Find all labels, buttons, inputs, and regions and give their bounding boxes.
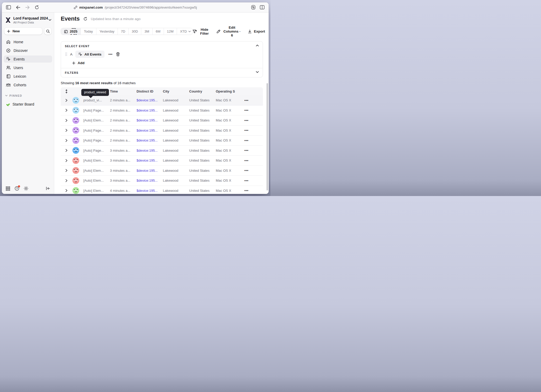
chevron-down-icon xyxy=(188,31,191,32)
address-bar[interactable]: mixpanel.com/project/3472420/view/397469… xyxy=(73,5,197,9)
distinct-id-link[interactable]: $device:195... xyxy=(134,98,160,102)
page-settings-icon[interactable] xyxy=(251,5,256,10)
settings-gear-icon[interactable] xyxy=(24,186,28,191)
range-yesterday[interactable]: Yesterday xyxy=(96,28,118,35)
range-3m[interactable]: 3M xyxy=(141,28,152,35)
trash-icon[interactable] xyxy=(116,52,120,56)
row-expand-chevron-icon[interactable] xyxy=(61,139,72,142)
range-today[interactable]: Today xyxy=(81,28,96,35)
sidebar-item-home[interactable]: Home xyxy=(4,38,52,45)
table-row[interactable]: [Auto] Page... 3 minutes a... $device:19… xyxy=(61,146,263,156)
row-menu-button[interactable]: ••• xyxy=(240,189,263,192)
row-expand-chevron-icon[interactable] xyxy=(61,159,72,162)
row-menu-button[interactable]: ••• xyxy=(240,108,263,112)
distinct-id-link[interactable]: $device:195... xyxy=(134,149,160,152)
table-row[interactable]: [Auto] Elem... 2 minutes a... $device:19… xyxy=(61,115,263,126)
export-button[interactable]: Export xyxy=(248,29,265,34)
row-expand-chevron-icon[interactable] xyxy=(61,99,72,102)
collapse-sidebar-icon[interactable] xyxy=(46,187,50,190)
distinct-id-link[interactable]: $device:195... xyxy=(134,138,160,142)
distinct-id-link[interactable]: $device:195... xyxy=(134,108,160,112)
row-menu-button[interactable]: ••• xyxy=(240,139,263,142)
event-avatar xyxy=(72,127,79,134)
collapse-section-button[interactable] xyxy=(256,45,259,46)
table-row[interactable]: [Auto] Elem... 3 minutes a... $device:19… xyxy=(61,176,263,186)
range-7d[interactable]: 7D xyxy=(118,28,128,35)
distinct-id-link[interactable]: $device:195... xyxy=(134,158,160,162)
row-expand-chevron-icon[interactable] xyxy=(61,179,72,182)
row-menu-button[interactable]: ••• xyxy=(240,128,263,132)
url-path: /project/3472420/view/3974696/app/events… xyxy=(104,5,197,9)
distinct-id-link[interactable]: $device:195... xyxy=(134,118,160,122)
event-time: 3 minutes a... xyxy=(107,169,134,173)
results-summary: Showing 16 most recent results of 16 mat… xyxy=(61,81,265,85)
row-expand-chevron-icon[interactable] xyxy=(61,109,72,112)
event-name: [Auto] Page... xyxy=(81,108,107,112)
row-expand-chevron-icon[interactable] xyxy=(61,169,72,172)
row-menu-button[interactable]: ••• xyxy=(240,179,263,182)
back-icon[interactable] xyxy=(16,5,20,9)
hide-filter-button[interactable]: Hide Filter xyxy=(193,28,210,35)
tooltip-text: product_viewed xyxy=(84,90,106,94)
distinct-id-link[interactable]: $device:195... xyxy=(134,179,160,182)
clause-more-button[interactable]: ••• xyxy=(108,52,113,56)
expand-section-button[interactable] xyxy=(256,71,259,73)
scrollbar-thumb[interactable] xyxy=(267,83,268,191)
help-button[interactable]: ? xyxy=(15,186,19,191)
sidebar-item-label: Cohorts xyxy=(14,83,26,87)
range-xtd[interactable]: XTD xyxy=(177,28,193,35)
project-switcher[interactable]: Lord Farquaad 2024 All Project Data xyxy=(2,13,54,26)
drag-handle-icon[interactable] xyxy=(65,52,67,56)
sidebar-item-users[interactable]: Users xyxy=(4,64,52,71)
row-menu-button[interactable]: ••• xyxy=(240,149,263,152)
col-header-os[interactable]: Operating S xyxy=(213,89,240,93)
country: United States xyxy=(187,138,213,142)
table-row[interactable]: [Auto] Elem... 3 minutes a... $device:19… xyxy=(61,166,263,176)
row-menu-button[interactable]: ••• xyxy=(240,99,263,102)
sidebar-item-starter-board[interactable]: Starter Board xyxy=(4,101,52,108)
row-menu-button[interactable]: ••• xyxy=(240,119,263,122)
range-30d[interactable]: 30D xyxy=(128,28,141,35)
table-row[interactable]: [Auto] Elem... 4 minutes a... $device:19… xyxy=(61,186,263,194)
range-12m[interactable]: 12M xyxy=(164,28,177,35)
col-header-distinct-id[interactable]: Distinct ID xyxy=(134,89,160,93)
plus-icon xyxy=(72,62,75,65)
col-header-city[interactable]: City xyxy=(160,89,187,93)
range-6m[interactable]: 6M xyxy=(152,28,164,35)
table-row[interactable]: [Auto] Page... 2 minutes a... $device:19… xyxy=(61,126,263,136)
row-menu-button[interactable]: ••• xyxy=(240,169,263,172)
sidebar-item-events[interactable]: Events xyxy=(4,56,52,63)
table-row[interactable]: [Auto] Page... 2 minutes a... $device:19… xyxy=(61,106,263,116)
city: Lakewood xyxy=(160,189,187,193)
distinct-id-link[interactable]: $device:195... xyxy=(134,128,160,132)
add-event-button[interactable]: Add xyxy=(72,61,84,65)
sidebar-item-lexicon[interactable]: Lexicon xyxy=(4,73,52,80)
event-selector-pill[interactable]: All Events xyxy=(75,51,104,58)
table-row[interactable]: [Auto] Elem... 3 minutes a... $device:19… xyxy=(61,156,263,166)
edit-columns-button[interactable]: Edit Columns · 6 xyxy=(216,26,241,37)
row-expand-chevron-icon[interactable] xyxy=(61,119,72,122)
collapse-rows-icon[interactable] xyxy=(61,89,72,94)
search-button[interactable] xyxy=(44,28,51,35)
sidebar: Lord Farquaad 2024 All Project Data New xyxy=(2,13,54,194)
forward-icon[interactable] xyxy=(25,5,30,9)
new-button[interactable]: New xyxy=(4,28,42,35)
row-expand-chevron-icon[interactable] xyxy=(61,189,72,192)
distinct-id-link[interactable]: $device:195... xyxy=(134,189,160,193)
col-header-time[interactable]: Time xyxy=(107,89,134,93)
sidebar-toggle-icon[interactable] xyxy=(6,5,11,9)
sidebar-item-discover[interactable]: Discover xyxy=(4,47,52,54)
sidebar-item-cohorts[interactable]: Cohorts xyxy=(4,81,52,88)
apps-grid-icon[interactable] xyxy=(6,186,10,191)
reload-icon[interactable] xyxy=(35,5,39,10)
col-header-country[interactable]: Country xyxy=(187,89,213,93)
refresh-icon[interactable] xyxy=(83,17,87,21)
row-expand-chevron-icon[interactable] xyxy=(61,129,72,132)
row-expand-chevron-icon[interactable] xyxy=(61,149,72,152)
distinct-id-link[interactable]: $device:195... xyxy=(134,169,160,173)
row-menu-button[interactable]: ••• xyxy=(240,159,263,162)
pinned-section-header[interactable]: PINNED xyxy=(5,94,54,97)
date-picker-button[interactable]: Mar 11, 2025 3:30 pm xyxy=(61,28,81,35)
split-view-icon[interactable] xyxy=(260,5,265,9)
table-row[interactable]: [Auto] Page... 2 minutes a... $device:19… xyxy=(61,136,263,146)
